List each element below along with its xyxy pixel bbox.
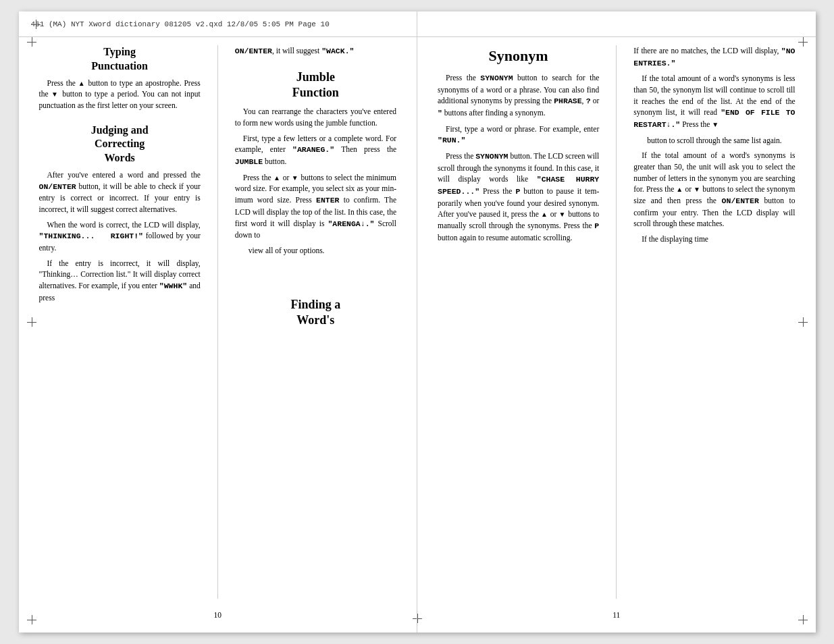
rc2-p4: If the displaying time bbox=[633, 234, 795, 245]
rc2-p3: If the total amount of a word's synonyms… bbox=[633, 150, 795, 230]
synonym-body: Press the SYNONYM button to search for t… bbox=[438, 72, 599, 243]
q-kbd: ? bbox=[586, 97, 591, 105]
arenga-kbd: "ARENGA↓." bbox=[328, 219, 374, 228]
j-p1: After you've entered a word and pressed … bbox=[39, 169, 201, 215]
araneg-kbd: "ARANEG." bbox=[292, 145, 334, 154]
jf-p1: You can rearrange the characters you've … bbox=[235, 106, 396, 128]
jf-p4: view all of your options. bbox=[249, 245, 396, 257]
jumble-indent: view all of your options. bbox=[235, 245, 396, 257]
syn-p1: Press the SYNONYM button to search for t… bbox=[438, 72, 599, 119]
syn-p3: Press the SYNONYM button. The LCD screen… bbox=[438, 151, 599, 243]
onenter-continuation: ON/ENTER, it will suggest "WACK." bbox=[235, 45, 396, 57]
j-p3: If the entry is incorrect, it will displ… bbox=[39, 258, 201, 304]
section-judging: Judging andCorrectingWords After you've … bbox=[39, 124, 201, 304]
right-col2-body: If there are no matches, the LCD will di… bbox=[633, 45, 795, 245]
enter-kbd: ENTER bbox=[316, 196, 340, 205]
synonym-kbd2: SYNONYM bbox=[475, 152, 508, 161]
section-finding: Finding aWord's bbox=[235, 297, 396, 329]
phrase-kbd: PHRASE bbox=[554, 97, 581, 105]
cont-p1: ON/ENTER, it will suggest "WACK." bbox=[235, 45, 396, 57]
book-spread: 461 (MA) NYT Xword dictionary 081205 v2.… bbox=[19, 11, 816, 633]
judging-body: After you've entered a word and pressed … bbox=[39, 169, 201, 303]
onenter-kbd3: ON/ENTER bbox=[722, 196, 759, 205]
onenter-kbd2: ON/ENTER bbox=[235, 47, 272, 55]
page-number-right: 11 bbox=[603, 611, 630, 619]
right-col1: Synonym Press the SYNONYM button to sear… bbox=[438, 45, 599, 599]
wack-kbd: "WACK." bbox=[321, 47, 354, 55]
quote-kbd: " bbox=[438, 109, 442, 117]
rc2-indent1: button to scroll through the same list a… bbox=[633, 135, 795, 146]
jumble-kbd: JUMBLE bbox=[235, 157, 263, 166]
page-left: TypingPunctuation Press the button to ty… bbox=[19, 11, 418, 633]
thinking-kbd: "THINKING... RIGHT!" bbox=[39, 232, 144, 240]
rc2-p1: If there are no matches, the LCD will di… bbox=[633, 45, 795, 69]
typing-punctuation-body: Press the button to type an apostrophe. … bbox=[39, 78, 201, 111]
page-right: Synonym Press the SYNONYM button to sear… bbox=[417, 11, 816, 633]
j-p2: When the word is cor­rect, the LCD will … bbox=[39, 219, 201, 254]
jf-p3: Press the or but­tons to select the mini… bbox=[235, 172, 396, 241]
wwhk-kbd: "WWHK" bbox=[159, 281, 187, 290]
left-col1: TypingPunctuation Press the button to ty… bbox=[39, 45, 201, 599]
noentries-kbd: "NO ENTRIES." bbox=[633, 47, 795, 68]
section-typing-punctuation: TypingPunctuation Press the button to ty… bbox=[39, 45, 201, 111]
col-divider-right bbox=[616, 45, 617, 599]
section-jumble: JumbleFunction You can rearrange the cha… bbox=[235, 70, 396, 257]
p-kbd2: P bbox=[594, 221, 599, 230]
synonym-title: Synonym bbox=[438, 45, 599, 67]
p-kbd1: P bbox=[515, 187, 520, 196]
finding-title: Finding aWord's bbox=[235, 297, 396, 329]
col-divider-left bbox=[217, 45, 218, 599]
tp-p1: Press the button to type an apostrophe. … bbox=[39, 78, 201, 111]
syn-p2: First, type a word or phrase. For exampl… bbox=[438, 124, 599, 146]
left-col2: ON/ENTER, it will suggest "WACK." Jumble… bbox=[235, 45, 396, 599]
jumble-title: JumbleFunction bbox=[235, 70, 396, 101]
section-synonym: Synonym Press the SYNONYM button to sear… bbox=[438, 45, 599, 243]
rc2-p2b: button to scroll through the same list a… bbox=[647, 135, 795, 146]
run-kbd: "RUN." bbox=[438, 136, 465, 144]
page-number-left: 10 bbox=[204, 611, 231, 619]
rc2-p2: If the total amount of a word's synonyms… bbox=[633, 73, 795, 130]
typing-punctuation-title: TypingPunctuation bbox=[39, 45, 201, 74]
judging-title: Judging andCorrectingWords bbox=[39, 124, 201, 165]
synonym-kbd1: SYNONYM bbox=[480, 74, 513, 82]
jf-p2: First, type a few letters or a complete … bbox=[235, 133, 396, 168]
jumble-body: You can rearrange the characters you've … bbox=[235, 106, 396, 240]
right-col2: If there are no matches, the LCD will di… bbox=[633, 45, 795, 599]
onenter-kbd1: ON/ENTER bbox=[39, 182, 76, 191]
